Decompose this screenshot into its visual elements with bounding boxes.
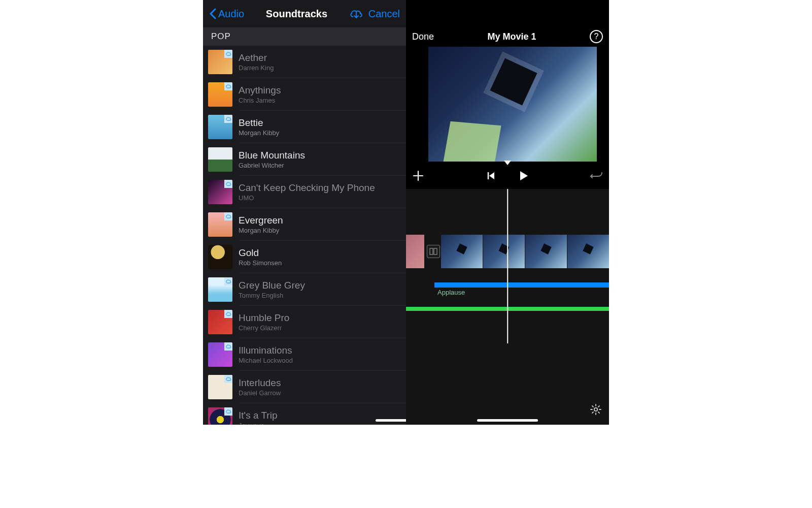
cloud-badge-icon bbox=[224, 342, 232, 351]
cloud-badge-icon bbox=[224, 50, 232, 58]
album-art bbox=[208, 212, 232, 237]
album-art bbox=[208, 82, 232, 107]
timeline[interactable]: Applause bbox=[406, 189, 609, 425]
album-art bbox=[208, 310, 232, 334]
track-meta: Can't Keep Checking My PhoneUMO bbox=[239, 182, 401, 202]
editor-toolbar bbox=[406, 163, 609, 189]
track-title: Humble Pro bbox=[239, 312, 401, 324]
track-artist: Cherry Glazerr bbox=[239, 324, 401, 332]
editor-header: Done My Movie 1 ? bbox=[406, 27, 609, 46]
track-meta: IlluminationsMichael Lockwood bbox=[239, 345, 401, 365]
track-artist: Gabriel Witcher bbox=[239, 162, 401, 169]
track-meta: AetherDarren King bbox=[239, 52, 401, 72]
track-row[interactable]: InterludesDaniel Garrow bbox=[203, 371, 406, 403]
track-row[interactable]: Can't Keep Checking My PhoneUMO bbox=[203, 176, 406, 208]
header-right-group: Cancel bbox=[349, 8, 400, 20]
track-meta: Grey Blue GreyTommy English bbox=[239, 280, 401, 300]
video-frame bbox=[483, 235, 525, 268]
home-indicator[interactable] bbox=[477, 419, 538, 422]
track-artist: Morgan Kibby bbox=[239, 227, 401, 234]
cloud-download-icon[interactable] bbox=[349, 8, 363, 19]
track-row[interactable]: EvergreenMorgan Kibby bbox=[203, 208, 406, 241]
video-clip-strip[interactable] bbox=[441, 235, 609, 268]
settings-button[interactable] bbox=[590, 403, 602, 416]
track-meta: EvergreenMorgan Kibby bbox=[239, 215, 401, 235]
video-frame bbox=[441, 235, 483, 268]
section-header: POP bbox=[203, 27, 406, 46]
svg-rect-1 bbox=[434, 248, 437, 255]
chevron-left-icon bbox=[209, 8, 216, 19]
play-button[interactable] bbox=[519, 171, 528, 181]
track-row[interactable]: AnythingsChris James bbox=[203, 78, 406, 111]
track-title: Interludes bbox=[239, 377, 401, 389]
track-artist: Joywave bbox=[239, 422, 401, 425]
back-label: Audio bbox=[218, 8, 244, 20]
track-list[interactable]: AetherDarren KingAnythingsChris JamesBet… bbox=[203, 46, 406, 425]
track-title: Anythings bbox=[239, 85, 401, 97]
track-meta: Humble ProCherry Glazerr bbox=[239, 312, 401, 332]
album-art bbox=[208, 277, 232, 302]
home-indicator[interactable] bbox=[376, 419, 406, 422]
track-artist: Darren King bbox=[239, 64, 401, 72]
track-title: Evergreen bbox=[239, 215, 401, 227]
movie-title: My Movie 1 bbox=[434, 31, 590, 42]
cloud-badge-icon bbox=[224, 180, 232, 188]
video-preview[interactable] bbox=[428, 47, 597, 162]
track-meta: It's a TripJoywave bbox=[239, 410, 401, 425]
cloud-badge-icon bbox=[224, 82, 232, 90]
track-row[interactable]: It's a TripJoywave bbox=[203, 403, 406, 425]
track-row[interactable]: AetherDarren King bbox=[203, 46, 406, 78]
track-row[interactable]: Humble ProCherry Glazerr bbox=[203, 306, 406, 338]
cloud-badge-icon bbox=[224, 375, 232, 383]
playhead-line[interactable] bbox=[507, 189, 508, 343]
track-row[interactable]: Grey Blue GreyTommy English bbox=[203, 273, 406, 306]
track-title: Can't Keep Checking My Phone bbox=[239, 182, 401, 194]
track-meta: AnythingsChris James bbox=[239, 85, 401, 105]
soundtracks-panel: Audio Soundtracks Cancel POP AetherDarre… bbox=[203, 0, 406, 425]
page-title: Soundtracks bbox=[244, 8, 349, 20]
album-art bbox=[208, 180, 232, 204]
cancel-button[interactable]: Cancel bbox=[368, 8, 400, 20]
track-meta: InterludesDaniel Garrow bbox=[239, 377, 401, 397]
album-art bbox=[208, 147, 232, 172]
editor-panel: Done My Movie 1 ? bbox=[406, 0, 609, 425]
help-button[interactable]: ? bbox=[590, 30, 603, 43]
album-art bbox=[208, 50, 232, 74]
track-row[interactable]: IlluminationsMichael Lockwood bbox=[203, 338, 406, 371]
track-artist: Tommy English bbox=[239, 292, 401, 299]
album-art bbox=[208, 375, 232, 399]
track-meta: GoldRob Simonsen bbox=[239, 247, 401, 267]
soundtracks-header: Audio Soundtracks Cancel bbox=[203, 0, 406, 27]
cloud-badge-icon bbox=[224, 277, 232, 285]
track-artist: Michael Lockwood bbox=[239, 357, 401, 364]
track-title: Bettie bbox=[239, 117, 401, 129]
track-artist: Daniel Garrow bbox=[239, 389, 401, 397]
album-art bbox=[208, 115, 232, 139]
track-row[interactable]: BettieMorgan Kibby bbox=[203, 111, 406, 143]
track-meta: Blue MountainsGabriel Witcher bbox=[239, 150, 401, 170]
track-meta: BettieMorgan Kibby bbox=[239, 117, 401, 137]
track-title: Illuminations bbox=[239, 345, 401, 357]
audio-clip[interactable]: Applause bbox=[434, 282, 609, 288]
track-title: Gold bbox=[239, 247, 401, 259]
track-title: Grey Blue Grey bbox=[239, 280, 401, 292]
transition-button[interactable] bbox=[427, 245, 440, 258]
video-clip[interactable] bbox=[406, 235, 424, 268]
track-artist: Morgan Kibby bbox=[239, 129, 401, 137]
track-title: Blue Mountains bbox=[239, 150, 401, 162]
track-row[interactable]: Blue MountainsGabriel Witcher bbox=[203, 143, 406, 176]
cloud-badge-icon bbox=[224, 212, 232, 220]
skip-start-button[interactable] bbox=[487, 171, 496, 180]
video-frame bbox=[567, 235, 609, 268]
video-frame bbox=[525, 235, 567, 268]
back-button[interactable]: Audio bbox=[209, 8, 244, 20]
done-button[interactable]: Done bbox=[412, 31, 434, 42]
cloud-badge-icon bbox=[224, 115, 232, 123]
help-icon: ? bbox=[594, 32, 599, 41]
album-art bbox=[208, 407, 232, 425]
track-artist: UMO bbox=[239, 194, 401, 202]
playhead-marker[interactable] bbox=[504, 161, 511, 165]
playback-controls bbox=[406, 171, 609, 181]
album-art bbox=[208, 342, 232, 367]
track-row[interactable]: GoldRob Simonsen bbox=[203, 241, 406, 273]
